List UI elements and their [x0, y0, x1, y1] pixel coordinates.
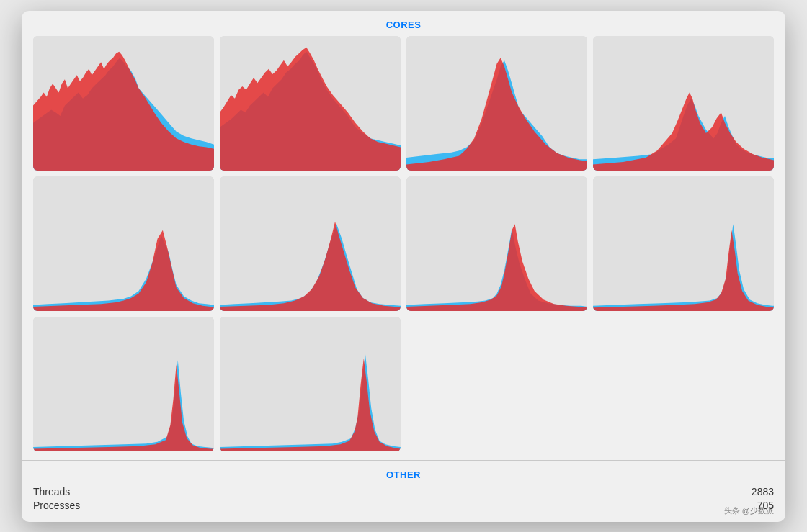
core-cell-7: [406, 176, 587, 311]
core-cell-3: [406, 36, 587, 171]
svg-rect-7: [593, 176, 774, 311]
core-cell-5: [33, 176, 214, 311]
cores-section-label: CORES: [22, 11, 785, 36]
core-cell-10: [220, 317, 401, 451]
core-cell-4: [593, 36, 774, 171]
threads-row: Threads 2883: [33, 486, 774, 497]
processes-row: Processes 705: [33, 500, 774, 511]
core-cell-9: [33, 317, 214, 451]
threads-label: Threads: [33, 486, 70, 497]
processes-label: Processes: [33, 500, 80, 511]
svg-rect-8: [33, 317, 214, 451]
core-cell-2: [220, 36, 401, 171]
core-cell-8: [593, 176, 774, 311]
other-section-label: OTHER: [33, 466, 774, 486]
svg-rect-4: [33, 176, 214, 311]
other-section: OTHER Threads 2883 Processes 705: [22, 460, 785, 522]
threads-value: 2883: [752, 486, 774, 497]
cores-grid: [22, 36, 785, 460]
watermark: 头条 @少数派: [724, 505, 774, 516]
core-cell-1: [33, 36, 214, 171]
core-cell-6: [220, 176, 401, 311]
svg-rect-6: [406, 176, 587, 311]
activity-monitor-window: CORES: [22, 11, 785, 522]
